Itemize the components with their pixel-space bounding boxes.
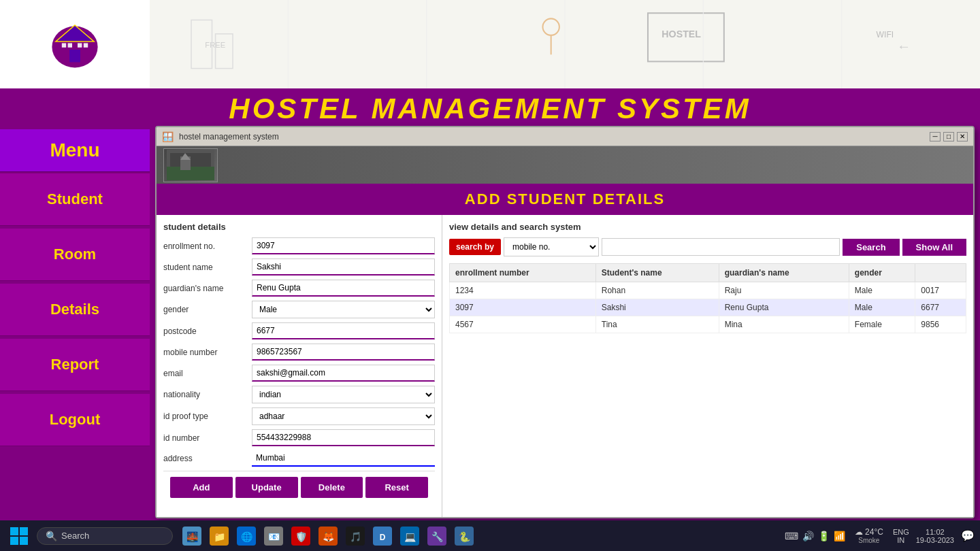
svg-rect-30: [10, 527, 18, 535]
wifi-icon[interactable]: 📶: [834, 531, 845, 541]
input-id-number[interactable]: [252, 429, 435, 446]
system-clock[interactable]: 11:02 19-03-2023: [916, 528, 954, 544]
banner-doodle: FREE HOSTEL WIFI ←: [150, 0, 980, 88]
cell-extra: 0017: [915, 282, 966, 299]
taskbar-icon-app6[interactable]: 🦊: [316, 524, 340, 548]
input-guardian-name[interactable]: [252, 280, 435, 297]
inner-window-title: hostel management system: [179, 132, 279, 141]
svg-text:🐍: 🐍: [459, 531, 471, 543]
search-input[interactable]: [602, 238, 840, 256]
table-row[interactable]: 3097 Sakshi Renu Gupta Male 6677: [450, 299, 966, 316]
windows-logo-icon: [10, 527, 29, 546]
svg-text:🛡️: 🛡️: [295, 531, 308, 543]
label-mobile: mobile number: [163, 348, 252, 357]
svg-text:🔧: 🔧: [431, 531, 444, 543]
taskbar-icon-vscode[interactable]: 💻: [397, 524, 422, 548]
col-header-extra: [915, 264, 966, 282]
taskbar-icon-sydney[interactable]: 🌉: [180, 524, 204, 548]
cell-student-name: Rohan: [595, 282, 719, 299]
input-postcode[interactable]: [252, 322, 435, 339]
taskbar-icon-app9[interactable]: 🔧: [425, 524, 449, 548]
cell-gender: Female: [849, 316, 915, 333]
taskbar-right: ⌨ 🔊 🔋 📶 ☁ 24°C Smoke ENG IN 11:02 19-03-…: [785, 527, 975, 544]
svg-text:💻: 💻: [404, 531, 416, 543]
battery-icon[interactable]: 🔋: [818, 531, 830, 541]
inner-window: 🪟 hostel management system ─ □ ✕ ADD STU…: [155, 126, 975, 518]
right-panel: view details and search system search by…: [442, 215, 973, 517]
input-address[interactable]: [252, 450, 435, 467]
table-row[interactable]: 1234 Rohan Raju Male 0017: [450, 282, 966, 299]
logo-area: [0, 0, 150, 88]
svg-text:🌉: 🌉: [186, 531, 199, 543]
sidebar-item-report[interactable]: Report: [0, 339, 150, 391]
cell-gender: Male: [849, 299, 915, 316]
sidebar-item-logout[interactable]: Logout: [0, 394, 150, 446]
keyboard-icon[interactable]: ⌨: [785, 531, 798, 541]
select-nationality[interactable]: indian other: [252, 386, 435, 403]
inner-banner-image: [163, 148, 218, 182]
menu-header: Menu: [0, 129, 150, 172]
weather-widget[interactable]: ☁ 24°C Smoke: [852, 527, 886, 544]
language-indicator[interactable]: ENG IN: [893, 528, 909, 544]
main-content: student details enrollment no. student n…: [157, 215, 973, 517]
inner-header: ADD STUDENT DETAILS: [157, 184, 973, 215]
label-nationality: nationality: [163, 390, 252, 399]
delete-button[interactable]: Delete: [301, 477, 363, 498]
sound-icon[interactable]: 🔊: [802, 531, 814, 541]
table-row[interactable]: 4567 Tina Mina Female 9856: [450, 316, 966, 333]
main-title: HOSTEL MANAGEMENT SYSTEM: [229, 93, 751, 125]
svg-text:←: ←: [897, 39, 911, 54]
label-enrollment: enrollment no.: [163, 241, 252, 251]
form-row-gender: gender Male Female Other: [163, 301, 435, 318]
show-all-button[interactable]: Show All: [902, 239, 966, 256]
input-email[interactable]: [252, 365, 435, 382]
start-button[interactable]: [5, 524, 33, 548]
close-button[interactable]: ✕: [957, 132, 968, 141]
svg-rect-4: [62, 43, 66, 47]
cell-enrollment: 4567: [450, 316, 596, 333]
taskbar-icon-app7[interactable]: 🎵: [343, 524, 368, 548]
add-button[interactable]: Add: [170, 477, 233, 498]
weather-desc: Smoke: [858, 537, 879, 544]
maximize-button[interactable]: □: [943, 132, 954, 141]
clock-time: 11:02: [926, 528, 945, 536]
search-by-select[interactable]: mobile no. enrollment no. student name: [504, 237, 599, 256]
taskbar-search-box[interactable]: 🔍 Search: [37, 527, 173, 545]
update-button[interactable]: Update: [235, 477, 298, 498]
form-row-enrollment: enrollment no.: [163, 237, 435, 254]
cell-gender: Male: [849, 282, 915, 299]
svg-rect-6: [78, 43, 82, 47]
select-gender[interactable]: Male Female Other: [252, 301, 435, 318]
taskbar-icon-mail[interactable]: 📧: [261, 524, 286, 548]
input-mobile[interactable]: [252, 344, 435, 361]
label-id-number: id number: [163, 433, 252, 443]
search-button[interactable]: Search: [843, 239, 899, 256]
taskbar-icon-edge[interactable]: 🌐: [234, 524, 259, 548]
top-banner: FREE HOSTEL WIFI ←: [150, 0, 980, 88]
cell-student-name: Sakshi: [595, 299, 719, 316]
reset-button[interactable]: Reset: [365, 477, 428, 498]
col-header-guardian: guardian's name: [719, 264, 849, 282]
select-id-proof[interactable]: adhaar passport driving license: [252, 407, 435, 425]
svg-rect-5: [68, 43, 72, 47]
cell-guardian: Mina: [719, 316, 849, 333]
logo-icon: [48, 17, 102, 71]
window-controls: ─ □ ✕: [930, 132, 968, 141]
form-row-student-name: student name: [163, 258, 435, 276]
clock-date: 19-03-2023: [916, 536, 954, 544]
inner-titlebar-left: 🪟 hostel management system: [162, 131, 279, 142]
taskbar-icon-app5[interactable]: 🛡️: [289, 524, 313, 548]
sidebar-item-room[interactable]: Room: [0, 229, 150, 281]
taskbar-icon-app2[interactable]: 📁: [207, 524, 231, 548]
svg-text:📧: 📧: [268, 531, 280, 543]
taskbar-icon-python[interactable]: 🐍: [452, 524, 476, 548]
notification-button[interactable]: 💬: [961, 529, 975, 542]
input-student-name[interactable]: [252, 258, 435, 276]
form-row-mobile: mobile number: [163, 344, 435, 361]
sidebar-item-student[interactable]: Student: [0, 173, 150, 226]
cell-student-name: Tina: [595, 316, 719, 333]
input-enrollment[interactable]: [252, 237, 435, 254]
taskbar-icon-dell[interactable]: D: [370, 524, 395, 548]
minimize-button[interactable]: ─: [930, 132, 941, 141]
sidebar-item-details[interactable]: Details: [0, 284, 150, 336]
